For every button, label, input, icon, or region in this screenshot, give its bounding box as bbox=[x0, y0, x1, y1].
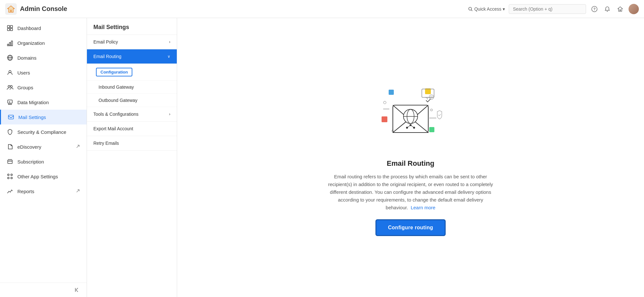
svg-rect-30 bbox=[429, 127, 434, 132]
subscription-icon bbox=[6, 158, 14, 165]
sidebar-item-users[interactable]: Users bbox=[0, 65, 87, 80]
submenu-label-retry-emails: Retry Emails bbox=[93, 141, 119, 146]
logo-area: Admin Console bbox=[5, 3, 92, 15]
sidebar-item-organization[interactable]: Organization bbox=[0, 35, 87, 50]
submenu-label-email-policy: Email Policy bbox=[93, 39, 118, 45]
groups-icon bbox=[6, 84, 14, 91]
email-routing-illustration bbox=[375, 79, 446, 150]
logo-icon bbox=[5, 3, 17, 15]
svg-point-47 bbox=[429, 95, 434, 99]
svg-rect-32 bbox=[389, 90, 394, 95]
email-routing-info: Email Routing Email routing refers to th… bbox=[320, 66, 501, 249]
svg-point-25 bbox=[11, 174, 13, 176]
svg-rect-10 bbox=[9, 43, 11, 46]
sidebar-item-other-app[interactable]: Other App Settings bbox=[0, 169, 87, 184]
submenu-sub-item-inbound-gateway[interactable]: Inbound Gateway bbox=[87, 81, 177, 94]
svg-point-48 bbox=[431, 96, 432, 98]
svg-line-2 bbox=[471, 10, 472, 11]
configure-routing-button[interactable]: Configure routing bbox=[375, 219, 446, 236]
submenu-label-export-mail: Export Mail Account bbox=[93, 126, 133, 131]
svg-rect-5 bbox=[7, 25, 10, 28]
sidebar-label-domains: Domains bbox=[17, 55, 36, 61]
svg-rect-11 bbox=[11, 41, 13, 46]
submenu-item-retry-emails[interactable]: Retry Emails bbox=[87, 136, 177, 151]
data-migration-icon bbox=[6, 99, 14, 106]
sidebar-item-dashboard[interactable]: Dashboard bbox=[0, 21, 87, 35]
top-header: Admin Console Quick Access ▾ ? bbox=[0, 0, 644, 18]
submenu-panel: Mail Settings Email Policy › Email Routi… bbox=[87, 18, 177, 297]
svg-rect-21 bbox=[8, 160, 12, 163]
submenu-item-tools-config[interactable]: Tools & Configurations › bbox=[87, 107, 177, 122]
svg-point-26 bbox=[8, 177, 9, 179]
home-icon[interactable] bbox=[616, 5, 625, 14]
sidebar-item-mail-settings[interactable]: Mail Settings bbox=[0, 110, 87, 124]
sidebar-label-other-app: Other App Settings bbox=[17, 174, 58, 179]
svg-rect-7 bbox=[7, 28, 10, 31]
quick-access-button[interactable]: Quick Access ▾ bbox=[468, 6, 505, 12]
illustration-container bbox=[375, 79, 446, 150]
sidebar-label-groups: Groups bbox=[17, 85, 33, 90]
domains-icon bbox=[6, 54, 14, 61]
svg-text:?: ? bbox=[593, 7, 596, 11]
search-icon-small bbox=[468, 6, 473, 12]
content-area: Mail Settings Email Policy › Email Routi… bbox=[87, 18, 644, 297]
chevron-down-expand-icon: ∨ bbox=[167, 54, 170, 59]
sidebar-item-ediscovery[interactable]: eDiscovery bbox=[0, 139, 87, 154]
svg-rect-29 bbox=[382, 116, 387, 122]
svg-line-51 bbox=[427, 97, 428, 99]
svg-point-16 bbox=[8, 85, 10, 87]
sidebar: Dashboard Organization Domains Users bbox=[0, 18, 87, 297]
app-title: Admin Console bbox=[20, 5, 67, 13]
sidebar-item-data-migration[interactable]: Data Migration bbox=[0, 95, 87, 110]
svg-point-1 bbox=[469, 7, 471, 10]
submenu-sub-item-outbound-gateway[interactable]: Outbound Gateway bbox=[87, 94, 177, 107]
svg-rect-9 bbox=[7, 44, 9, 46]
svg-point-33 bbox=[384, 101, 386, 104]
chevron-down-icon: ▾ bbox=[503, 6, 505, 12]
sidebar-item-security[interactable]: Security & Compliance bbox=[0, 124, 87, 139]
learn-more-link[interactable]: Learn more bbox=[411, 205, 435, 210]
sidebar-label-reports: Reports bbox=[17, 189, 34, 194]
sidebar-item-domains[interactable]: Domains bbox=[0, 50, 87, 65]
sidebar-label-mail-settings: Mail Settings bbox=[18, 114, 46, 120]
chevron-right-tools-icon: › bbox=[169, 112, 170, 116]
mail-settings-icon bbox=[7, 114, 14, 121]
submenu-label-email-routing: Email Routing bbox=[93, 54, 121, 59]
other-app-icon bbox=[6, 173, 14, 180]
svg-rect-6 bbox=[10, 25, 13, 28]
sidebar-label-organization: Organization bbox=[17, 40, 45, 46]
search-input[interactable] bbox=[509, 4, 586, 14]
submenu-sub-item-configuration[interactable]: Configuration bbox=[87, 64, 177, 81]
chevron-right-icon: › bbox=[169, 40, 170, 44]
notifications-icon[interactable] bbox=[603, 5, 612, 14]
svg-rect-20 bbox=[8, 115, 14, 119]
email-routing-description: Email routing refers to the process by w… bbox=[327, 173, 494, 212]
avatar[interactable] bbox=[629, 4, 639, 14]
sidebar-label-users: Users bbox=[17, 70, 30, 75]
sidebar-label-data-migration: Data Migration bbox=[17, 100, 49, 105]
submenu-item-export-mail[interactable]: Export Mail Account bbox=[87, 122, 177, 136]
submenu-item-email-policy[interactable]: Email Policy › bbox=[87, 35, 177, 49]
help-icon[interactable]: ? bbox=[590, 5, 599, 14]
reports-icon bbox=[6, 188, 14, 195]
sidebar-item-subscription[interactable]: Subscription bbox=[0, 154, 87, 169]
main-content-area: Email Routing Email routing refers to th… bbox=[177, 18, 644, 297]
submenu-sub-email-routing: Configuration Inbound Gateway Outbound G… bbox=[87, 64, 177, 107]
sidebar-collapse-button[interactable] bbox=[0, 282, 87, 297]
organization-icon bbox=[6, 39, 14, 46]
sidebar-label-security: Security & Compliance bbox=[17, 129, 66, 135]
submenu-label-inbound-gateway: Inbound Gateway bbox=[99, 84, 134, 90]
svg-point-34 bbox=[431, 109, 432, 111]
sidebar-item-reports[interactable]: Reports bbox=[0, 184, 87, 199]
ediscovery-icon bbox=[6, 143, 14, 150]
svg-point-24 bbox=[8, 174, 9, 176]
configuration-badge: Configuration bbox=[96, 68, 132, 76]
sidebar-label-ediscovery: eDiscovery bbox=[17, 144, 41, 150]
ediscovery-ext-icon bbox=[76, 144, 80, 150]
submenu-item-email-routing[interactable]: Email Routing ∨ bbox=[87, 49, 177, 64]
dashboard-icon bbox=[6, 25, 14, 32]
sidebar-item-groups[interactable]: Groups bbox=[0, 80, 87, 95]
page-header: Mail Settings bbox=[87, 18, 177, 35]
security-icon bbox=[6, 128, 14, 135]
sidebar-nav: Dashboard Organization Domains Users bbox=[0, 18, 87, 282]
